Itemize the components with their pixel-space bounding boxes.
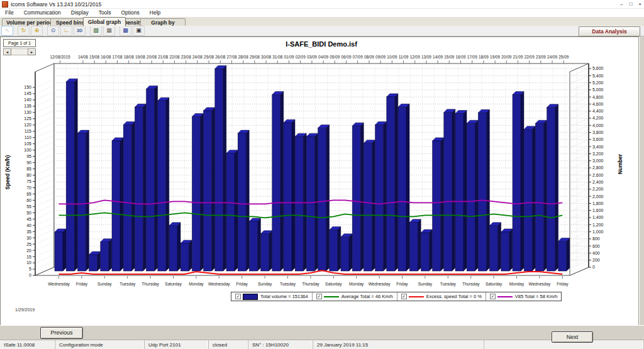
svg-text:28/08: 28/08	[238, 55, 248, 59]
svg-text:16/08: 16/08	[101, 55, 111, 59]
menu-item-communication[interactable]: Communication	[19, 9, 66, 17]
svg-text:1,000: 1,000	[592, 230, 604, 234]
svg-text:09/09: 09/09	[375, 55, 386, 59]
svg-text:Tuesday: Tuesday	[119, 282, 136, 287]
svg-text:21/09: 21/09	[513, 55, 523, 59]
svg-text:200: 200	[592, 258, 600, 262]
svg-text:4,000: 4,000	[592, 123, 604, 128]
svg-text:18/09: 18/09	[479, 55, 489, 59]
next-button[interactable]: Next	[552, 331, 593, 343]
svg-text:21/08: 21/08	[158, 55, 168, 59]
svg-text:25/09: 25/09	[558, 55, 569, 59]
svg-text:65: 65	[26, 192, 31, 196]
svg-text:17/09: 17/09	[467, 55, 477, 59]
svg-text:29/08: 29/08	[250, 55, 260, 59]
print-icon[interactable]: ▦	[103, 26, 115, 36]
legend-label-3: V85 Total = 58 Km/h	[515, 294, 558, 299]
page-scroll-track[interactable]	[11, 48, 28, 55]
day-axis: WednesdayFridaySundayTuesdayThursdaySatu…	[48, 276, 569, 287]
legend-checkbox-0[interactable]: ✓	[235, 294, 241, 299]
zoom-icon[interactable]: ⊙	[47, 26, 59, 36]
page-prev-arrow[interactable]: ◄	[3, 48, 11, 55]
data-analysis-button[interactable]: Data Analysis	[579, 26, 640, 36]
refresh-icon[interactable]: ↻	[18, 26, 30, 36]
svg-text:45: 45	[26, 217, 31, 221]
svg-text:30/08: 30/08	[261, 55, 271, 59]
menu-item-options[interactable]: Options	[116, 9, 144, 17]
title-bar: Icoms Software Vs 13.243 10/21/2015 –□×	[0, 0, 644, 9]
legend-item-0: ✓Total volume = 151364	[231, 292, 313, 301]
svg-text:1,600: 1,600	[592, 208, 604, 213]
svg-text:26/08: 26/08	[215, 55, 225, 59]
svg-text:13/09: 13/09	[421, 55, 431, 59]
svg-text:3,000: 3,000	[592, 158, 604, 163]
axes-icon[interactable]: ∟	[60, 26, 72, 36]
svg-text:3,200: 3,200	[592, 152, 604, 156]
svg-text:19/08: 19/08	[135, 55, 145, 59]
svg-text:0: 0	[592, 265, 595, 269]
close-button[interactable]: ×	[638, 1, 641, 7]
svg-text:100: 100	[24, 148, 31, 152]
svg-text:22/09: 22/09	[525, 55, 535, 59]
legend-checkbox-1[interactable]: ✓	[316, 294, 322, 299]
legend-swatch-2	[409, 296, 424, 297]
legend-swatch-0	[243, 294, 258, 300]
3d-icon[interactable]: 3D	[74, 26, 86, 36]
svg-text:2,400: 2,400	[592, 180, 604, 184]
legend-item-3: ✓V85 Total = 58 Km/h	[486, 292, 562, 301]
save-icon[interactable]: ▣	[133, 26, 145, 36]
date-axis: 12/08/201514/0815/0816/0817/0818/0819/08…	[50, 55, 569, 64]
svg-text:Wednesday: Wednesday	[48, 282, 70, 287]
page-next-arrow[interactable]: ►	[28, 48, 36, 55]
cursor-icon[interactable]: ↖	[1, 26, 13, 36]
chart-svg: 0510152025303540455055606570758085909510…	[1, 37, 638, 324]
pan-icon[interactable]: ⊕	[31, 26, 43, 36]
svg-text:03/09: 03/09	[307, 55, 317, 59]
svg-text:1,800: 1,800	[592, 201, 604, 206]
svg-text:Monday: Monday	[189, 282, 204, 287]
svg-text:24/09: 24/09	[547, 55, 557, 59]
svg-text:20/09: 20/09	[501, 55, 511, 59]
legend-swatch-1	[324, 296, 339, 297]
graph-icon[interactable]: ▧	[90, 26, 102, 36]
menu-item-file[interactable]: File	[0, 9, 19, 17]
svg-text:Thursday: Thursday	[142, 282, 159, 287]
menu-item-tools[interactable]: Tools	[94, 9, 116, 17]
svg-text:3,800: 3,800	[592, 130, 604, 135]
menu-item-display[interactable]: Display	[66, 9, 94, 17]
legend-label-1: Average Total = 46 Km/h	[341, 294, 393, 299]
svg-text:20: 20	[26, 248, 31, 253]
svg-text:135: 135	[24, 104, 31, 108]
color-graph-icon[interactable]: ▩	[119, 26, 131, 36]
svg-text:1,400: 1,400	[592, 215, 604, 219]
svg-text:Thursday: Thursday	[302, 282, 319, 287]
svg-text:130: 130	[24, 110, 31, 114]
maximize-button[interactable]: □	[629, 1, 632, 7]
svg-text:0: 0	[29, 273, 31, 277]
previous-button[interactable]: Previous	[40, 327, 83, 339]
svg-text:75: 75	[26, 179, 31, 184]
svg-text:60: 60	[26, 198, 31, 202]
tab-volume-per-period[interactable]: Volume per period	[2, 18, 57, 26]
legend-label-0: Total volume = 151364	[260, 294, 308, 299]
status-field-5: 29 January 2019 11:15	[313, 340, 484, 349]
svg-text:18/08: 18/08	[124, 55, 134, 59]
legend-checkbox-3[interactable]: ✓	[490, 294, 496, 299]
legend-checkbox-2[interactable]: ✓	[401, 294, 407, 299]
panel-right-edge	[638, 36, 644, 325]
svg-text:5,600: 5,600	[592, 66, 604, 70]
svg-text:400: 400	[592, 251, 600, 255]
svg-text:Wednesday: Wednesday	[208, 282, 230, 287]
svg-text:115: 115	[25, 129, 31, 133]
svg-text:Friday: Friday	[236, 282, 248, 287]
minimize-button[interactable]: –	[620, 1, 623, 7]
svg-text:Monday: Monday	[349, 282, 364, 287]
svg-text:08/09: 08/09	[364, 55, 374, 59]
menu-item-help[interactable]: Help	[145, 9, 165, 17]
svg-text:11/09: 11/09	[399, 55, 409, 59]
left-axis-title: Speed (Km/h)	[4, 155, 11, 189]
application-window: Icoms Software Vs 13.243 10/21/2015 –□× …	[0, 0, 644, 349]
tab-global-graph[interactable]: Global graph	[83, 17, 126, 26]
page-scrollbar[interactable]: ◄ ►	[3, 48, 36, 55]
tab-graph-by-class[interactable]: Graph by class	[140, 18, 186, 26]
